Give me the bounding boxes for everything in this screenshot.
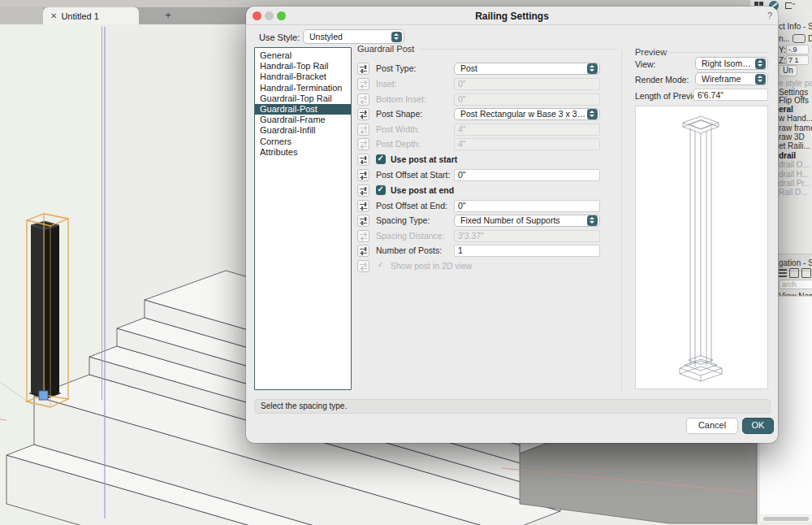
list-item-general[interactable]: General: [255, 50, 351, 61]
application-window: ✕ Untitled 1 + ct Info - Sh n...D Y: -.9…: [0, 0, 812, 525]
bottom-inset-label: Bottom Inset:: [376, 94, 454, 104]
tab2-fragment[interactable]: D: [808, 34, 812, 43]
un-button[interactable]: Un: [779, 65, 797, 76]
parameter-style-icon[interactable]: [357, 108, 369, 120]
show-post-2d-row: Show post in 2D view: [357, 259, 472, 272]
list-item-attributes[interactable]: Attributes: [255, 147, 351, 158]
post-grip-handle[interactable]: [39, 391, 48, 400]
inset-label: Inset:: [376, 79, 454, 89]
use-style-value: Unstyled: [309, 32, 343, 41]
post-type-label: Post Type:: [376, 63, 454, 73]
render-mode-dropdown[interactable]: Wireframe: [695, 72, 768, 85]
post-width-row: Post Width:: [357, 123, 600, 136]
spacing-distance-input: [454, 230, 600, 242]
post-offset-start-row: Post Offset at Start:: [357, 168, 600, 181]
list-item-guardrail-frame[interactable]: Guardrail-Frame: [255, 115, 351, 125]
selected-post: [29, 221, 61, 399]
post-type-dropdown[interactable]: Post: [454, 63, 600, 75]
view-label: View:: [635, 59, 656, 69]
ok-button[interactable]: OK: [742, 418, 774, 434]
bottom-inset-row: Bottom Inset:: [357, 93, 600, 106]
parameter-style-icon: [357, 230, 369, 242]
tab-fragment[interactable]: n...: [779, 34, 790, 43]
parameter-style-icon[interactable]: [357, 154, 369, 166]
post-width-label: Post Width:: [376, 124, 454, 134]
flag-menu-icon[interactable]: [784, 2, 793, 11]
use-post-at-end-checkbox[interactable]: [376, 185, 386, 195]
number-of-posts-row: Number of Posts:: [357, 244, 600, 257]
category-list[interactable]: General Handrail-Top Rail Handrail-Brack…: [254, 47, 352, 390]
spacing-type-dropdown[interactable]: Fixed Number of Supports: [454, 215, 600, 227]
parameter-style-icon[interactable]: [357, 215, 369, 227]
tab-untitled-1[interactable]: ✕ Untitled 1: [43, 7, 139, 24]
stepper-icon: [587, 109, 598, 119]
spacing-type-row: Spacing Type: Fixed Number of Supports: [357, 214, 600, 227]
list-item-guardrail-infill[interactable]: Guardrail-Infill: [255, 125, 351, 136]
list-item-handrail-bracket[interactable]: Handrail-Bracket: [255, 72, 351, 82]
parameter-style-icon: [357, 93, 369, 106]
rail-d-row: Rail D...: [779, 185, 812, 198]
tab-close-icon[interactable]: ✕: [50, 11, 57, 20]
view-dropdown[interactable]: Right Isometric: [695, 57, 768, 70]
new-tab-button[interactable]: +: [159, 7, 177, 24]
number-of-posts-input[interactable]: [454, 245, 600, 257]
post-shape-dropdown[interactable]: Post Rectangular w Base 3 x 3 x 36in w/c…: [454, 108, 600, 120]
parameter-style-icon[interactable]: [357, 184, 369, 197]
parameter-style-icon: [357, 124, 369, 136]
parameter-style-icon: [357, 260, 369, 272]
use-post-at-start-row: Use post at start: [357, 153, 457, 166]
use-post-at-start-label: Use post at start: [391, 154, 457, 164]
list-item-guardrail-post[interactable]: Guardrail-Post: [255, 104, 351, 115]
length-of-preview-input[interactable]: [693, 89, 768, 101]
parameter-style-icon[interactable]: [357, 169, 369, 181]
bottom-inset-input: [454, 93, 600, 106]
post-depth-row: Post Depth:: [357, 137, 600, 150]
dialog-title: Railing Settings: [246, 11, 778, 22]
list-item-handrail-top-rail[interactable]: Handrail-Top Rail: [255, 61, 351, 72]
z-label: Z:: [779, 56, 786, 65]
parameter-style-icon[interactable]: [357, 200, 369, 212]
scrollbar-thumb[interactable]: [763, 517, 809, 521]
list-item-handrail-termination[interactable]: Handrail-Termination: [255, 83, 351, 93]
parameter-style-icon: [357, 138, 369, 150]
spacing-type-label: Spacing Type:: [376, 215, 454, 225]
post-offset-start-input[interactable]: [454, 169, 600, 181]
viewport-icon[interactable]: [789, 268, 799, 278]
post-offset-end-input[interactable]: [454, 200, 600, 212]
use-style-dropdown[interactable]: Unstyled: [303, 29, 404, 44]
spacing-type-value: Fixed Number of Supports: [460, 215, 560, 225]
un-button-row: Un: [779, 64, 812, 77]
stepper-icon: [755, 74, 766, 85]
cancel-button[interactable]: Cancel: [686, 418, 738, 434]
post-offset-end-label: Post Offset at End:: [376, 201, 454, 210]
post-offset-start-label: Post Offset at Start:: [376, 170, 454, 180]
stepper-icon: [587, 63, 598, 74]
view-value: Right Isometric: [702, 59, 755, 68]
data-tab-icon: [793, 34, 806, 43]
post-offset-end-row: Post Offset at End:: [357, 199, 600, 212]
use-style-label: Use Style:: [259, 33, 300, 42]
saved-view-icon[interactable]: [801, 268, 811, 278]
post-type-row: Post Type: Post: [357, 62, 600, 75]
search-input[interactable]: [779, 280, 812, 289]
preview-section-header: Preview: [635, 47, 667, 57]
dialog-title-bar[interactable]: Railing Settings ?: [246, 7, 778, 25]
post-shape-row: Post Shape: Post Rectangular w Base 3 x …: [357, 107, 600, 120]
stepper-icon: [755, 59, 766, 69]
layers-icon[interactable]: [779, 269, 787, 277]
stepper-icon: [587, 215, 598, 226]
show-post-2d-checkbox: [376, 261, 386, 271]
tab-title: Untitled 1: [61, 11, 98, 21]
render-mode-value: Wireframe: [702, 74, 741, 84]
use-post-at-end-row: Use post at end: [357, 184, 454, 197]
horizontal-scrollbar[interactable]: [760, 515, 812, 522]
list-item-guardrail-top-rail[interactable]: Guardrail-Top Rail: [255, 93, 351, 104]
use-post-at-start-checkbox[interactable]: [376, 154, 386, 164]
y-label: Y:: [779, 46, 786, 54]
list-item-corners[interactable]: Corners: [255, 137, 351, 147]
parameter-style-icon[interactable]: [357, 63, 369, 75]
spacing-distance-row: Spacing Distance:: [357, 229, 600, 242]
divider: [418, 49, 618, 50]
parameter-style-icon[interactable]: [357, 245, 369, 257]
help-icon[interactable]: ?: [767, 11, 772, 20]
